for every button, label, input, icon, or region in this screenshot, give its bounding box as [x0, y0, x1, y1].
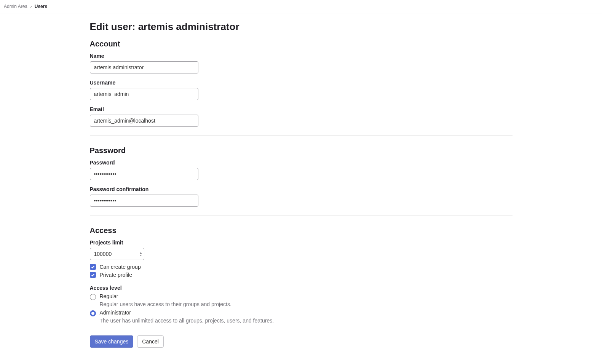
password-section-title: Password	[90, 146, 513, 155]
access-section-title: Access	[90, 226, 513, 235]
save-button[interactable]: Save changes	[90, 335, 134, 348]
breadcrumb-admin-area[interactable]: Admin Area	[4, 4, 27, 9]
can-create-group-checkbox[interactable]	[90, 264, 96, 270]
divider	[90, 330, 513, 330]
breadcrumb-current: Users	[35, 4, 47, 9]
password-input[interactable]	[90, 168, 198, 180]
access-level-regular-radio[interactable]	[90, 294, 96, 300]
username-input[interactable]	[90, 88, 198, 100]
private-profile-label[interactable]: Private profile	[100, 272, 133, 278]
page-title: Edit user: artemis administrator	[90, 21, 513, 33]
access-level-regular-label[interactable]: Regular	[100, 293, 118, 299]
email-input[interactable]	[90, 115, 198, 127]
access-level-label: Access level	[90, 285, 513, 291]
password-label: Password	[90, 160, 513, 166]
breadcrumb: Admin Area › Users	[0, 0, 602, 13]
name-label: Name	[90, 53, 513, 59]
check-icon	[91, 265, 95, 269]
account-section-title: Account	[90, 40, 513, 48]
breadcrumb-separator: ›	[30, 4, 32, 9]
private-profile-checkbox[interactable]	[90, 272, 96, 278]
access-level-admin-label[interactable]: Administrator	[100, 310, 131, 316]
can-create-group-label[interactable]: Can create group	[100, 264, 141, 270]
projects-limit-label: Projects limit	[90, 239, 513, 246]
projects-limit-input[interactable]	[90, 248, 144, 260]
access-level-regular-help: Regular users have access to their group…	[100, 301, 513, 307]
access-level-admin-radio[interactable]	[90, 310, 96, 316]
email-label: Email	[90, 106, 513, 112]
username-label: Username	[90, 80, 513, 86]
cancel-button[interactable]: Cancel	[137, 335, 164, 348]
check-icon	[91, 273, 95, 277]
password-confirm-label: Password confirmation	[90, 186, 513, 192]
access-level-admin-help: The user has unlimited access to all gro…	[100, 318, 513, 324]
divider	[90, 215, 513, 216]
name-input[interactable]	[90, 61, 198, 73]
password-confirm-input[interactable]	[90, 195, 198, 207]
divider	[90, 135, 513, 136]
